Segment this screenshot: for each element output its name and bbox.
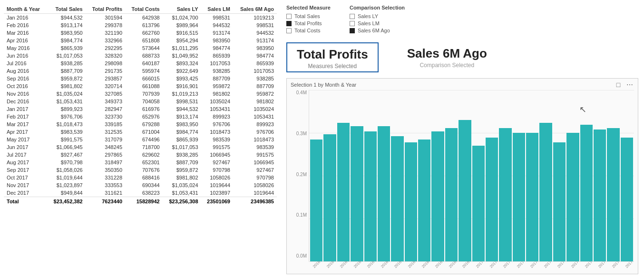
chart-bar[interactable] <box>364 131 377 261</box>
table-cell: 642938 <box>125 14 163 22</box>
table-cell: 333553 <box>86 181 125 189</box>
table-row: Sep 2017$1,058,026350350707676$959,87297… <box>4 166 277 174</box>
chart-title-row: Selection 1 by Month & Year □ ⋯ <box>291 81 634 88</box>
table-cell: Aug 2017 <box>4 159 47 166</box>
table-cell: 331228 <box>86 174 125 181</box>
table-cell: 865939 <box>201 52 233 60</box>
table-cell: 707939 <box>125 90 163 98</box>
secondary-measure-card: Sales 6M Ago Comparison Selected <box>398 42 497 72</box>
comparison-label: Sales LM <box>358 20 380 26</box>
table-cell: 323730 <box>86 113 125 120</box>
chart-bar[interactable] <box>526 133 538 261</box>
table-cell: 1019644 <box>233 189 277 197</box>
table-header-sales-6m-ago: Sales 6M Ago <box>233 5 277 14</box>
table-header-month-&-year: Month & Year <box>4 5 47 14</box>
table-cell: 970798 <box>233 174 277 181</box>
chart-bar[interactable] <box>391 136 403 261</box>
table-header-total-costs: Total Costs <box>125 5 163 14</box>
table-cell: 292295 <box>86 44 125 52</box>
comparison-checkbox[interactable] <box>350 21 355 26</box>
table-total-cell: 7623440 <box>86 197 125 206</box>
chart-bar[interactable] <box>472 146 485 261</box>
comparison-item[interactable]: Sales 6M Ago <box>350 28 405 33</box>
table-cell: 983950 <box>201 37 233 44</box>
legend-item[interactable]: Total Sales <box>286 13 331 19</box>
table-row: Mar 2016$983,950321190662760$916,5159131… <box>4 29 277 37</box>
table-cell: 998531 <box>233 21 277 29</box>
chart-bar[interactable] <box>459 120 471 261</box>
chart-bar[interactable] <box>351 126 363 261</box>
table-cell: 320714 <box>86 82 125 90</box>
legend-item[interactable]: Total Profits <box>286 20 331 26</box>
more-options-icon[interactable]: ⋯ <box>625 81 634 88</box>
table-cell: $1,058,026 <box>47 166 86 174</box>
data-table-panel: Month & YearTotal SalesTotal ProfitsTota… <box>0 0 281 279</box>
table-cell: 959872 <box>201 82 233 90</box>
table-cell: $1,019,644 <box>47 174 86 181</box>
table-cell: 899923 <box>233 120 277 128</box>
chart-bar[interactable] <box>378 126 390 261</box>
comparison-item[interactable]: Sales LM <box>350 20 405 26</box>
table-row: Jun 2016$1,017,053328320688733$1,049,952… <box>4 52 277 60</box>
chart-bar[interactable] <box>621 138 633 261</box>
table-cell: $887,709 <box>47 67 86 75</box>
table-cell: 311621 <box>86 189 125 197</box>
y-axis-label: 0.0M <box>296 253 307 259</box>
table-row: Jul 2016$938,285298098640187$893,3241017… <box>4 60 277 67</box>
chart-bar[interactable] <box>566 133 579 261</box>
table-header-sales-lm: Sales LM <box>201 5 233 14</box>
chart-bar[interactable] <box>337 123 350 261</box>
table-cell: $913,174 <box>47 21 86 29</box>
table-header-total-profits: Total Profits <box>86 5 125 14</box>
chart-bar[interactable] <box>539 123 552 261</box>
table-cell: 718700 <box>125 143 163 151</box>
table-cell: 679288 <box>125 120 163 128</box>
table-cell: $1,017,053 <box>47 52 86 60</box>
table-row: Dec 2017$949,844311621638223$1,053,43110… <box>4 189 277 197</box>
legend-checkbox[interactable] <box>286 14 292 19</box>
table-total-cell: $23,256,308 <box>163 197 201 206</box>
secondary-measure-title: Sales 6M Ago <box>407 46 487 61</box>
table-cell: 704058 <box>125 98 163 105</box>
table-cell: 927467 <box>201 159 233 166</box>
table-cell: $991,575 <box>47 136 86 143</box>
chart-bar[interactable] <box>594 130 606 261</box>
chart-bar[interactable] <box>607 128 619 261</box>
table-cell: 998531 <box>201 14 233 22</box>
chart-bar[interactable] <box>405 142 417 261</box>
table-cell: 652301 <box>125 159 163 166</box>
table-cell: $976,706 <box>47 113 86 120</box>
table-row: Jan 2016$944,532301594642938$1,024,70099… <box>4 14 277 22</box>
table-header-sales-ly: Sales LY <box>163 5 201 14</box>
legend-checkbox[interactable] <box>286 28 292 33</box>
chart-bar[interactable] <box>445 128 458 261</box>
chart-bar[interactable] <box>553 142 566 261</box>
chart-bar[interactable] <box>580 125 593 261</box>
chart-bar[interactable] <box>499 128 511 261</box>
legend-item[interactable]: Total Costs <box>286 28 331 33</box>
chart-bar[interactable] <box>513 133 525 261</box>
comparison-selection-group: Comparison Selection Sales LYSales LMSal… <box>350 5 405 35</box>
comparison-checkbox[interactable] <box>350 14 355 19</box>
chart-bar[interactable] <box>310 140 322 261</box>
legend-checkbox[interactable] <box>286 21 292 26</box>
chart-bar[interactable] <box>418 140 430 261</box>
y-axis-label: 0.4M <box>296 90 307 95</box>
primary-measure-card[interactable]: Total Profits Measures Selected <box>286 42 379 72</box>
table-cell: $1,053,431 <box>47 98 86 105</box>
chart-bar[interactable] <box>486 138 498 261</box>
table-cell: Mar 2016 <box>4 29 47 37</box>
chart-bar[interactable] <box>323 134 336 261</box>
comparison-checkbox[interactable] <box>350 28 355 33</box>
expand-icon[interactable]: □ <box>614 81 623 88</box>
table-cell: 944532 <box>233 29 277 37</box>
table-cell: 661088 <box>125 82 163 90</box>
comparison-item[interactable]: Sales LY <box>350 13 405 19</box>
table-row: Nov 2016$1,035,024327085707939$1,019,213… <box>4 90 277 98</box>
table-cell: 327085 <box>86 90 125 98</box>
table-cell: 1058026 <box>233 181 277 189</box>
table-cell: $983,539 <box>47 128 86 136</box>
table-cell: $1,017,053 <box>163 143 201 151</box>
table-cell: $983,950 <box>163 120 201 128</box>
chart-bar[interactable] <box>431 131 444 261</box>
